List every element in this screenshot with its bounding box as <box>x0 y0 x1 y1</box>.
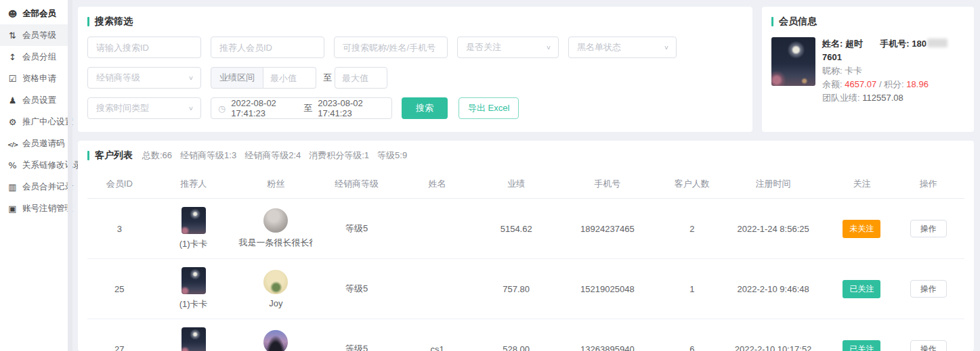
filter-panel-title: 搜索筛选 <box>87 16 743 28</box>
member-name: 超时 <box>845 39 863 49</box>
sidebar-item-merge-record[interactable]: 会员合并记录 <box>0 176 68 197</box>
follow-status-badge: 未关注 <box>843 220 880 238</box>
time-type-select[interactable]: 搜索时间类型 <box>87 97 201 119</box>
table-row: 25 (1)卡卡 Joy 等级5 757.80 15219025048 1 20… <box>87 259 964 319</box>
member-balance-line: 余额: 4657.07 / 积分: 18.96 <box>822 78 964 91</box>
col-member-id: 会员ID <box>87 178 152 190</box>
cell-dealer-level: 等级5 <box>316 343 397 351</box>
cell-fan: Lazy Cat <box>236 325 316 351</box>
member-person-icon <box>7 95 18 106</box>
chevron-down-icon <box>188 74 194 81</box>
dealer-level-select[interactable]: 经销商等级 <box>87 67 201 89</box>
col-performance: 业绩 <box>477 178 555 190</box>
sort-numeric-icon <box>7 30 18 41</box>
phone-redacted-blur <box>927 39 947 47</box>
col-dealer-level: 经销商等级 <box>316 178 397 190</box>
sidebar-item-promotion-settings[interactable]: 推广中心设置 <box>0 111 68 133</box>
table-header: 会员ID 推荐人 粉丝 经销商等级 姓名 业绩 手机号 客户人数 注册时间 关注… <box>87 171 964 199</box>
cell-name: cs1 <box>397 344 477 351</box>
customer-list-title: 客户列表 <box>87 149 133 162</box>
col-follow: 关注 <box>822 178 901 190</box>
referrer-id-input[interactable] <box>211 37 324 58</box>
sort-alpha-icon <box>7 52 18 62</box>
cell-dealer-level: 等级5 <box>316 223 397 235</box>
sidebar-item-label: 会员合并记录 <box>22 181 73 193</box>
stat-level5: 等级5:9 <box>377 149 407 162</box>
cell-member-id: 25 <box>87 284 152 294</box>
cell-action: 操作 <box>901 280 956 298</box>
follow-status-badge: 已关注 <box>843 340 880 351</box>
performance-max-input[interactable] <box>335 67 387 89</box>
blacklist-select[interactable]: 黑名单状态 <box>568 37 677 58</box>
chevron-down-icon <box>188 105 194 112</box>
row-action-button[interactable]: 操作 <box>910 340 947 351</box>
referrer-avatar <box>182 207 206 234</box>
cell-member-id: 27 <box>87 344 152 351</box>
sidebar: 全部会员 会员等级 会员分组 资格申请 会员设置 推广中心设置 会员邀请码 关系… <box>0 0 68 351</box>
chevron-down-icon <box>546 44 551 51</box>
col-referrer: 推荐人 <box>152 178 236 190</box>
title-accent-bar <box>87 151 89 160</box>
customer-list-panel: 客户列表 总数:66 经销商等级1:3 经销商等级2:4 消费积分等级:1 等级… <box>78 141 974 351</box>
sidebar-item-all-members[interactable]: 全部会员 <box>0 3 68 24</box>
performance-to-label: 至 <box>323 72 332 84</box>
sidebar-item-qualification[interactable]: 资格申请 <box>0 68 68 89</box>
cell-action: 操作 <box>901 340 956 351</box>
date-start: 2022-08-02 17:41:23 <box>231 98 298 118</box>
date-separator: 至 <box>303 102 312 114</box>
referrer-avatar <box>182 267 206 294</box>
users-icon <box>7 9 18 19</box>
cell-referrer: (1)卡卡 <box>152 322 236 351</box>
performance-min-input[interactable] <box>263 67 316 89</box>
cell-action: 操作 <box>901 220 956 237</box>
row-action-button[interactable]: 操作 <box>910 280 947 298</box>
member-points: 18.96 <box>906 79 929 89</box>
search-id-input[interactable] <box>87 37 201 58</box>
sidebar-item-member-group[interactable]: 会员分组 <box>0 46 68 68</box>
main-content: 搜索筛选 是否关注 黑名单状态 经销商等级 <box>72 0 980 351</box>
file-icon <box>7 204 18 214</box>
sidebar-item-invite-code[interactable]: 会员邀请码 <box>0 133 68 154</box>
table-row: 3 (1)卡卡 我是一条很长很长很... 等级5 5154.62 1892423… <box>87 199 964 259</box>
table-row: 27 (1)卡卡 Lazy Cat 等级5 cs1 528.00 1326389… <box>87 319 964 351</box>
date-end: 2023-08-02 17:41:23 <box>318 98 385 118</box>
cell-follow: 已关注 <box>822 340 901 351</box>
stat-total: 总数:66 <box>142 149 172 162</box>
member-panel-title: 会员信息 <box>771 16 964 28</box>
sidebar-item-label: 会员设置 <box>22 95 56 106</box>
date-range-picker[interactable]: 2022-08-02 17:41:23 至 2023-08-02 17:41:2… <box>211 97 392 119</box>
col-fan: 粉丝 <box>236 178 316 190</box>
member-info-panel: 会员信息 姓名: 超时 手机号: 1807601 昵称: 卡卡 <box>762 7 974 132</box>
member-avatar <box>771 37 815 86</box>
sidebar-item-relation-chain-log[interactable]: 关系链修改记录 <box>0 154 68 176</box>
clock-icon <box>218 103 226 114</box>
col-registered: 注册时间 <box>724 178 822 190</box>
row-action-button[interactable]: 操作 <box>910 220 947 237</box>
cell-referrer: (1)卡卡 <box>152 262 236 316</box>
cell-registered: 2022-2-10 10:17:52 <box>724 344 822 351</box>
sidebar-item-member-settings[interactable]: 会员设置 <box>0 89 68 111</box>
sidebar-scrollbar[interactable] <box>68 0 72 351</box>
member-team-line: 团队业绩: 112557.08 <box>822 91 964 105</box>
sidebar-item-label: 会员邀请码 <box>22 138 65 149</box>
keyword-input[interactable] <box>334 37 448 58</box>
cell-phone: 15219025048 <box>555 284 660 294</box>
member-balance: 4657.07 <box>845 79 876 89</box>
code-icon <box>7 139 18 149</box>
col-action: 操作 <box>901 178 956 190</box>
search-button[interactable]: 搜索 <box>402 97 448 119</box>
col-phone: 手机号 <box>555 178 660 190</box>
cell-registered: 2022-2-10 9:46:48 <box>724 284 822 294</box>
cell-phone: 13263895940 <box>555 344 660 351</box>
cell-dealer-level: 等级5 <box>316 283 397 295</box>
cell-fan: Joy <box>236 264 316 314</box>
sidebar-item-label: 资格申请 <box>22 73 56 85</box>
sidebar-item-account-cancellation[interactable]: 账号注销管理 <box>0 197 68 219</box>
member-phone-prefix: 180 <box>912 39 926 49</box>
follow-select[interactable]: 是否关注 <box>457 37 559 58</box>
sidebar-item-member-level[interactable]: 会员等级 <box>0 24 68 46</box>
referrer-avatar <box>182 327 206 351</box>
export-excel-button[interactable]: 导出 Excel <box>459 97 519 119</box>
cell-performance: 5154.62 <box>477 224 555 234</box>
bar-chart-icon <box>7 182 18 192</box>
